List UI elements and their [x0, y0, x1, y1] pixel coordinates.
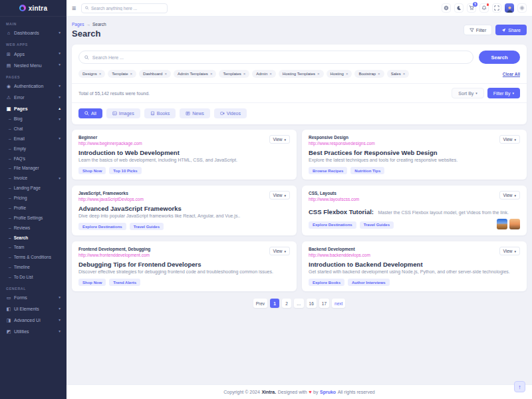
view-dropdown-button[interactable]: View ▾ [499, 191, 521, 200]
sidebar-item[interactable]: – Landing Page [0, 184, 66, 194]
sidebar-item[interactable]: – Pricing [0, 194, 66, 203]
hamburger-menu-icon[interactable]: ≡ [72, 5, 76, 12]
result-badge[interactable]: Shop Now [78, 167, 106, 174]
chip-close-icon[interactable]: × [99, 72, 102, 76]
tab-images[interactable]: Images [106, 108, 140, 118]
pagination-button[interactable]: 1 [270, 299, 279, 308]
view-dropdown-button[interactable]: View ▾ [269, 191, 291, 200]
sidebar-item[interactable]: – Terms & Conditions [0, 253, 66, 263]
result-badge[interactable]: Explore Destinations [78, 223, 126, 230]
result-url[interactable]: http://www.layoutscss.com [309, 197, 359, 201]
filter-chip[interactable]: Templates × [219, 70, 249, 78]
header-search-input[interactable] [91, 6, 164, 11]
breadcrumb-parent[interactable]: Pages [72, 22, 84, 27]
notifications-icon[interactable] [479, 3, 489, 13]
sidebar-item[interactable]: ◨ Advanced Ui ▾ [0, 315, 66, 326]
share-button[interactable]: Share [495, 25, 527, 35]
chip-close-icon[interactable]: × [210, 72, 213, 76]
clear-all-link[interactable]: Clear All [503, 72, 520, 76]
chip-close-icon[interactable]: × [130, 72, 133, 76]
chip-close-icon[interactable]: × [164, 72, 167, 76]
sidebar-item[interactable]: – Chat [0, 124, 66, 134]
sidebar-item[interactable]: – Empty [0, 144, 66, 154]
sidebar-item[interactable]: – Team [0, 243, 66, 253]
pagination-button[interactable]: Prev [253, 299, 267, 308]
result-url[interactable]: http://www.frontenddevelopment.com [78, 253, 150, 257]
settings-icon[interactable] [517, 3, 527, 13]
result-badge[interactable]: Top 10 Picks [109, 167, 141, 174]
chip-close-icon[interactable]: × [243, 72, 246, 76]
result-badge[interactable]: Travel Guides [360, 221, 394, 229]
sort-by-button[interactable]: Sort By▾ [452, 88, 483, 98]
sidebar-item[interactable]: ▤ Nested Menu ▾ [0, 60, 66, 71]
view-dropdown-button[interactable]: View ▾ [499, 135, 521, 144]
pagination-button[interactable]: 16 [307, 299, 317, 308]
result-url[interactable]: http://www.responsivedesigns.com [309, 141, 375, 146]
sidebar-item[interactable]: – Timeline [0, 263, 66, 273]
sidebar-item[interactable]: – Profile Settings [0, 213, 66, 223]
sidebar-item[interactable]: – Email ▾ [0, 134, 66, 144]
filter-button[interactable]: Filter [464, 25, 493, 35]
user-avatar[interactable] [505, 3, 514, 13]
sidebar-item[interactable]: ▣ Pages ▴ [0, 103, 66, 114]
filter-chip[interactable]: Designs × [78, 70, 105, 78]
result-badge[interactable]: Travel Guides [130, 223, 164, 230]
main-search-box[interactable] [78, 51, 473, 64]
tab-books[interactable]: Books [144, 108, 176, 118]
scroll-to-top-button[interactable]: ↑ [514, 381, 525, 392]
fullscreen-icon[interactable] [492, 3, 501, 13]
pagination-button[interactable]: 2 [282, 299, 291, 308]
view-dropdown-button[interactable]: View ▾ [499, 247, 521, 255]
view-dropdown-button[interactable]: View ▾ [269, 247, 291, 255]
tab-videos[interactable]: Videos [214, 108, 247, 118]
result-badge[interactable]: Explore Destinations [309, 221, 356, 229]
filter-chip[interactable]: Sales × [387, 70, 410, 78]
sidebar-item[interactable]: – Reviews [0, 223, 66, 233]
pagination-button[interactable]: … [294, 299, 304, 308]
tab-news[interactable]: News [180, 108, 210, 118]
sidebar-item[interactable]: ◩ Utilities ▾ [0, 326, 66, 337]
language-icon[interactable] [442, 3, 451, 13]
search-submit-button[interactable]: Search [479, 51, 520, 64]
result-badge[interactable]: Author Interviews [348, 279, 390, 286]
result-url[interactable]: http://www.backenddevlops.com [309, 253, 370, 257]
filter-by-button[interactable]: Filter By▾ [487, 88, 520, 98]
chip-close-icon[interactable]: × [403, 72, 406, 76]
sidebar-item[interactable]: ⌂ Dashboards ▾ [0, 27, 66, 39]
filter-chip[interactable]: Hosting Templates × [279, 70, 324, 78]
thumbnail-image[interactable] [509, 219, 520, 229]
result-badge[interactable]: Shop Now [78, 279, 106, 286]
filter-chip[interactable]: Bootstrap × [354, 70, 384, 78]
sidebar-item[interactable]: ◉ Authentication ▾ [0, 80, 66, 92]
filter-chip[interactable]: Admin × [252, 70, 276, 78]
sidebar-item[interactable]: – FAQ's [0, 154, 66, 164]
header-search-box[interactable] [81, 3, 168, 13]
filter-chip[interactable]: Dashboard × [139, 70, 171, 78]
sidebar-item[interactable]: – Search [0, 233, 66, 243]
sidebar-item[interactable]: – Blog ▾ [0, 114, 66, 124]
result-badge[interactable]: Trend Alerts [109, 279, 140, 286]
sidebar-item[interactable]: ⚠ Error ▾ [0, 92, 66, 103]
chip-close-icon[interactable]: × [346, 72, 348, 76]
sidebar-item[interactable]: – File Manager [0, 164, 66, 174]
result-badge[interactable]: Nutrition Tips [350, 167, 384, 174]
result-url[interactable]: http://www.beginnerpackage.com [78, 141, 142, 146]
sidebar-item[interactable]: ⊞ Apps ▾ [0, 49, 66, 60]
app-logo[interactable]: xintra [0, 0, 66, 17]
sidebar-item[interactable]: ◧ Ui Elements ▾ [0, 303, 66, 315]
filter-chip[interactable]: Hosting × [327, 70, 352, 78]
chip-close-icon[interactable]: × [317, 72, 320, 76]
result-badge[interactable]: Explore Books [309, 279, 344, 286]
filter-chip[interactable]: Template × [108, 70, 136, 78]
filter-chip[interactable]: Admin Templates × [174, 70, 216, 78]
tab-all[interactable]: All [78, 108, 102, 118]
result-badge[interactable]: Browse Recipes [309, 167, 347, 174]
thumbnail-image[interactable] [497, 219, 507, 229]
chip-close-icon[interactable]: × [378, 72, 380, 76]
result-url[interactable]: http://www.javaScriptDevlops.com [78, 197, 144, 201]
sidebar-item[interactable]: – Invoice ▾ [0, 174, 66, 184]
main-search-input[interactable] [92, 55, 467, 60]
view-dropdown-button[interactable]: View ▾ [269, 135, 291, 144]
pagination-button[interactable]: 17 [319, 299, 329, 308]
chip-close-icon[interactable]: × [269, 72, 272, 76]
